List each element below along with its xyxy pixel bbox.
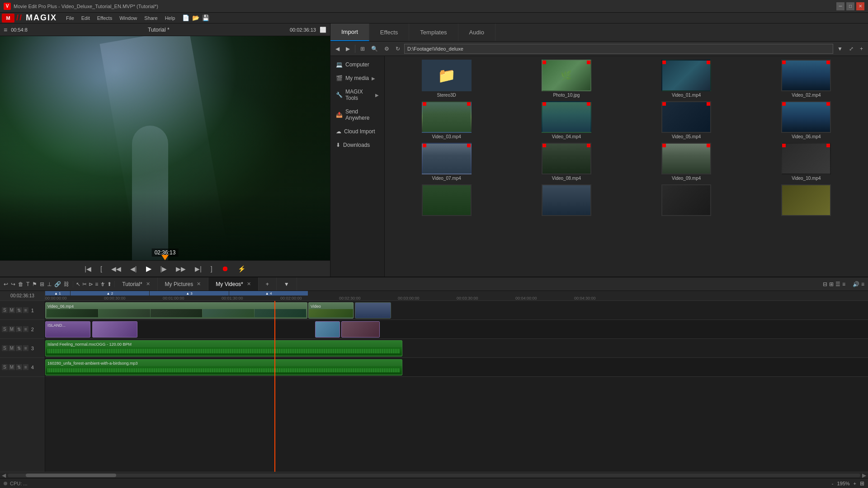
prev-frame-button[interactable]: ◀| xyxy=(127,264,140,273)
close-button[interactable]: ✕ xyxy=(856,2,864,10)
menu-file[interactable]: File xyxy=(62,14,78,22)
list-item[interactable]: Video_04.mp4 xyxy=(508,101,624,139)
tab-templates[interactable]: Templates xyxy=(409,23,458,41)
clip[interactable] xyxy=(92,321,137,338)
menu-help[interactable]: Help xyxy=(161,14,179,22)
list-item[interactable]: Video_07.mp4 xyxy=(388,143,505,181)
zoom-out-button[interactable]: - xyxy=(832,481,834,486)
clip[interactable] xyxy=(341,321,380,338)
more-tabs-button[interactable]: ▼ xyxy=(277,277,297,291)
clip[interactable] xyxy=(355,302,391,319)
track-button[interactable]: ≡ xyxy=(95,281,98,287)
mixer-button[interactable]: ≡ xyxy=(861,281,864,287)
close-tab-icon[interactable]: ✕ xyxy=(146,281,150,287)
scroll-right-button[interactable]: ▶ xyxy=(862,472,866,479)
list-item[interactable]: Video_02.mp4 xyxy=(748,60,864,98)
grid-view-button[interactable]: ⊞ xyxy=(358,45,367,53)
list-item[interactable]: Video_03.mp4 xyxy=(388,101,505,139)
expand-path-button[interactable]: ▼ xyxy=(835,45,845,53)
go-to-start-button[interactable]: |◀ xyxy=(82,264,94,273)
menu-window[interactable]: Window xyxy=(116,14,141,22)
step-back-button[interactable]: ◀◀ xyxy=(108,264,124,273)
step-fwd-button[interactable]: ▶▶ xyxy=(173,264,189,273)
track-mute-button[interactable]: M xyxy=(9,345,15,351)
list-item[interactable]: Video_10.mp4 xyxy=(748,143,864,181)
timeline-view-1-button[interactable]: ⊟ xyxy=(823,281,827,287)
search-button[interactable]: 🔍 xyxy=(369,45,380,53)
timeline-tab-videos[interactable]: My Videos* ✕ xyxy=(208,277,258,291)
track-fx-button[interactable]: ≡ xyxy=(23,307,28,313)
list-item[interactable]: Video_01.mp4 xyxy=(628,60,745,98)
track-row-1[interactable]: Video_06.mp4 Video xyxy=(45,301,868,320)
track-row-2[interactable]: ISLAND... xyxy=(45,320,868,339)
timeline-view-2-button[interactable]: ⊞ xyxy=(829,281,834,287)
next-frame-button[interactable]: |▶ xyxy=(158,264,170,273)
track-lock-button[interactable]: ⇅ xyxy=(16,345,22,351)
nav-item-my-media[interactable]: 🎬 My media ▶ xyxy=(330,71,384,85)
trim-button[interactable]: ✂ xyxy=(82,281,87,287)
nav-item-send-anywhere[interactable]: 📤 Send Anywhere xyxy=(330,105,384,125)
list-item[interactable]: Video_09.mp4 xyxy=(628,143,745,181)
track-content[interactable]: Video_06.mp4 Video xyxy=(45,301,868,472)
refresh-button[interactable]: ↻ xyxy=(393,45,402,53)
track-solo-button[interactable]: S xyxy=(2,364,8,370)
track-fx-button[interactable]: ≡ xyxy=(23,326,28,332)
close-tab-icon[interactable]: ✕ xyxy=(197,281,201,287)
track-fx-button[interactable]: ≡ xyxy=(23,364,28,370)
list-item[interactable]: Video_06.mp4 xyxy=(748,101,864,139)
list-item[interactable]: Video_05.mp4 xyxy=(628,101,745,139)
timeline-view-3-button[interactable]: ☰ xyxy=(835,281,840,287)
audio-clip[interactable]: Island Feeling_normal.mxcOGG - 120.00 BP… xyxy=(45,340,402,357)
track-mute-button[interactable]: M xyxy=(9,364,15,370)
track-mute-button[interactable]: M xyxy=(9,307,15,313)
text-button[interactable]: T xyxy=(26,281,29,287)
play-button[interactable]: ▶ xyxy=(143,263,154,274)
list-item[interactable] xyxy=(388,184,505,217)
timeline-view-4-button[interactable]: ≡ xyxy=(842,281,845,287)
back-button[interactable]: ◀ xyxy=(333,45,342,53)
unlink-button[interactable]: ⛓ xyxy=(64,281,69,287)
track-lock-button[interactable]: ⇅ xyxy=(16,364,22,370)
menu-share[interactable]: Share xyxy=(141,14,161,22)
select-tool-button[interactable]: ↖ xyxy=(76,281,80,287)
clip[interactable]: ISLAND... xyxy=(45,321,90,338)
nav-item-magix-tools[interactable]: 🔧 MAGIX Tools ▶ xyxy=(330,85,384,105)
tab-import[interactable]: Import xyxy=(330,23,369,41)
scroll-thumb[interactable] xyxy=(26,474,116,477)
scroll-track[interactable] xyxy=(8,474,860,477)
snap-button[interactable]: ⊥ xyxy=(47,281,52,287)
bracket-out-button[interactable]: ] xyxy=(208,264,215,273)
audio-clip[interactable]: 160280_unfa_forest-ambient-with-a-birdso… xyxy=(45,359,402,375)
list-item[interactable] xyxy=(748,184,864,217)
go-to-end-button[interactable]: ▶| xyxy=(192,264,204,273)
tab-effects[interactable]: Effects xyxy=(369,23,410,41)
list-item[interactable] xyxy=(508,184,624,217)
timeline-tab-tutorial[interactable]: Tutorial* ✕ xyxy=(115,277,157,291)
track-lock-button[interactable]: ⇅ xyxy=(16,326,22,332)
tab-audio[interactable]: Audio xyxy=(458,23,495,41)
volume-button[interactable]: 🔊 xyxy=(853,281,859,287)
menu-effects[interactable]: Effects xyxy=(94,14,116,22)
scroll-left-button[interactable]: ◀ xyxy=(2,472,6,479)
list-item[interactable] xyxy=(628,184,745,217)
delete-button[interactable]: 🗑 xyxy=(18,281,24,287)
minimize-button[interactable]: ─ xyxy=(836,2,844,10)
expand-panel-button[interactable]: ⤢ xyxy=(847,45,856,53)
track-solo-button[interactable]: S xyxy=(2,307,8,313)
track-solo-button[interactable]: S xyxy=(2,326,8,332)
settings-button[interactable]: ⚙ xyxy=(382,45,392,53)
list-item[interactable]: Video_08.mp4 xyxy=(508,143,624,181)
track-row-3[interactable]: Island Feeling_normal.mxcOGG - 120.00 BP… xyxy=(45,339,868,358)
link-button[interactable]: 🔗 xyxy=(54,281,61,287)
close-tab-icon[interactable]: ✕ xyxy=(247,281,251,287)
clip[interactable] xyxy=(315,321,340,338)
redo-button[interactable]: ↪ xyxy=(11,281,15,287)
fit-timeline-button[interactable]: ⊞ xyxy=(860,480,864,487)
track-mute-button[interactable]: M xyxy=(9,326,15,332)
path-input[interactable] xyxy=(404,44,833,54)
track-row-4[interactable]: 160280_unfa_forest-ambient-with-a-birdso… xyxy=(45,358,868,377)
clip[interactable]: Video xyxy=(308,302,354,319)
ripple-button[interactable]: ⊳ xyxy=(89,281,93,287)
expand-icon[interactable]: ⬜ xyxy=(320,27,326,33)
video-preview[interactable]: 02:36:13 xyxy=(0,36,330,260)
